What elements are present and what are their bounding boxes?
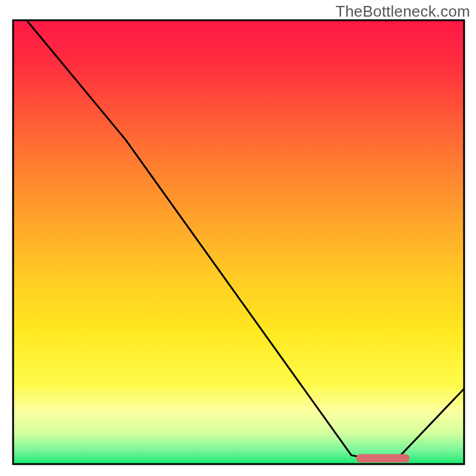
chart-root: TheBottleneck.com [0,0,476,476]
bottleneck-chart [0,0,476,476]
watermark-text: TheBottleneck.com [336,2,470,21]
